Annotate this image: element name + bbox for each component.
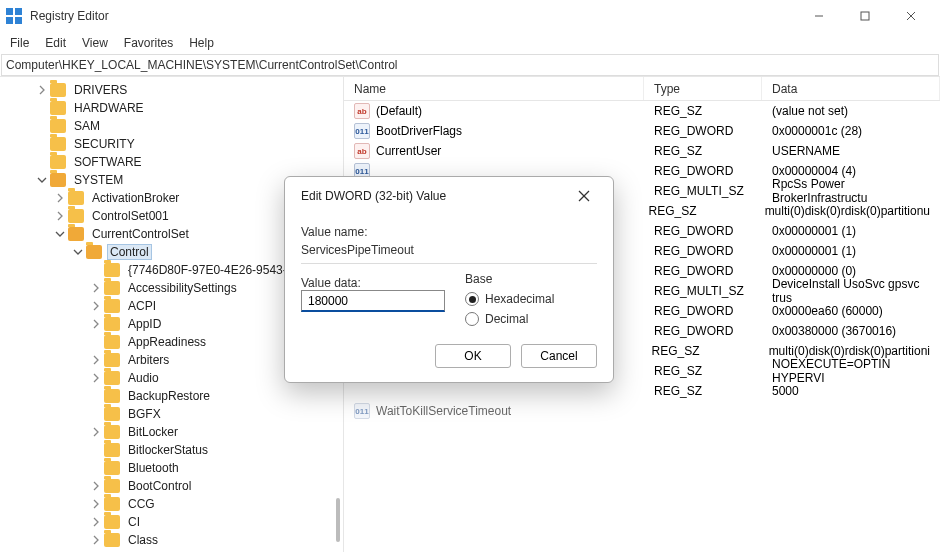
dword-value-icon: 011 (354, 123, 370, 139)
tree-item[interactable]: SECURITY (0, 135, 343, 153)
chevron-icon[interactable] (90, 498, 102, 510)
tree-label: AppID (126, 317, 163, 331)
tree-label: CI (126, 515, 142, 529)
value-type: REG_MULTI_SZ (644, 284, 762, 298)
chevron-icon[interactable] (72, 246, 84, 258)
value-data-input[interactable] (301, 290, 445, 312)
chevron-icon[interactable] (54, 228, 66, 240)
dialog-title: Edit DWORD (32-bit) Value (285, 177, 613, 215)
menu-edit[interactable]: Edit (45, 36, 66, 50)
chevron-icon (90, 336, 102, 348)
chevron-icon[interactable] (90, 354, 102, 366)
tree-item[interactable]: SOFTWARE (0, 153, 343, 171)
value-data: 0x0000001c (28) (762, 124, 940, 138)
folder-icon (50, 137, 66, 151)
close-button[interactable] (888, 0, 934, 32)
chevron-icon[interactable] (90, 516, 102, 528)
menu-view[interactable]: View (82, 36, 108, 50)
radio-hex[interactable]: Hexadecimal (465, 292, 554, 306)
maximize-button[interactable] (842, 0, 888, 32)
value-type: REG_DWORD (644, 124, 762, 138)
window-system-buttons (796, 0, 934, 32)
tree-item[interactable]: BitLocker (0, 423, 343, 441)
tree-label: BGFX (126, 407, 163, 421)
splitter-handle[interactable] (336, 498, 340, 542)
value-row[interactable]: 011BootDriverFlagsREG_DWORD0x0000001c (2… (344, 121, 940, 141)
minimize-button[interactable] (796, 0, 842, 32)
folder-icon (104, 407, 120, 421)
value-type: REG_DWORD (644, 224, 762, 238)
tree-label: CCG (126, 497, 157, 511)
chevron-icon[interactable] (90, 282, 102, 294)
chevron-icon[interactable] (90, 300, 102, 312)
col-data[interactable]: Data (762, 77, 940, 100)
value-row[interactable]: ab(Default)REG_SZ(value not set) (344, 101, 940, 121)
value-data: DeviceInstall UsoSvc gpsvc trus (762, 277, 940, 305)
svg-rect-5 (861, 12, 869, 20)
value-type: REG_SZ (644, 364, 762, 378)
tree-label: ACPI (126, 299, 158, 313)
folder-icon (104, 299, 120, 313)
menu-file[interactable]: File (10, 36, 29, 50)
value-data: USERNAME (762, 144, 940, 158)
tree-label: DRIVERS (72, 83, 129, 97)
value-type: REG_MULTI_SZ (644, 184, 762, 198)
chevron-icon[interactable] (90, 372, 102, 384)
col-name[interactable]: Name (344, 77, 644, 100)
base-label: Base (465, 272, 554, 286)
value-type: REG_DWORD (644, 244, 762, 258)
folder-icon (104, 335, 120, 349)
value-type: REG_DWORD (644, 264, 762, 278)
col-type[interactable]: Type (644, 77, 762, 100)
tree-item[interactable]: CI (0, 513, 343, 531)
chevron-icon[interactable] (90, 480, 102, 492)
chevron-icon[interactable] (54, 210, 66, 222)
tree-item[interactable]: BitlockerStatus (0, 441, 343, 459)
value-data: RpcSs Power BrokerInfrastructu (762, 177, 940, 205)
dialog-close-button[interactable] (571, 183, 597, 209)
tree-label: BitLocker (126, 425, 180, 439)
tree-label: SAM (72, 119, 102, 133)
folder-icon (104, 263, 120, 277)
tree-item[interactable]: Bluetooth (0, 459, 343, 477)
cancel-button[interactable]: Cancel (521, 344, 597, 368)
value-row[interactable]: 011WaitToKillServiceTimeout (344, 401, 940, 421)
value-data: multi(0)disk(0)rdisk(0)partitionu (755, 204, 940, 218)
folder-icon (68, 191, 84, 205)
tree-label: CurrentControlSet (90, 227, 191, 241)
value-data-label: Value data: (301, 276, 445, 290)
chevron-icon[interactable] (90, 534, 102, 546)
chevron-icon[interactable] (36, 174, 48, 186)
tree-label: Class (126, 533, 160, 547)
tree-label: BootControl (126, 479, 193, 493)
chevron-icon[interactable] (54, 192, 66, 204)
value-row[interactable]: abCurrentUserREG_SZUSERNAME (344, 141, 940, 161)
chevron-icon[interactable] (36, 84, 48, 96)
value-name: WaitToKillServiceTimeout (376, 404, 511, 418)
tree-item[interactable]: DRIVERS (0, 81, 343, 99)
svg-rect-1 (15, 8, 22, 15)
tree-item[interactable]: BackupRestore (0, 387, 343, 405)
value-data: multi(0)disk(0)rdisk(0)partitioni (759, 344, 940, 358)
values-header[interactable]: Name Type Data (344, 77, 940, 101)
tree-label: AppReadiness (126, 335, 208, 349)
chevron-icon[interactable] (90, 318, 102, 330)
menu-help[interactable]: Help (189, 36, 214, 50)
value-name: BootDriverFlags (376, 124, 462, 138)
folder-icon (104, 425, 120, 439)
tree-label: ActivationBroker (90, 191, 181, 205)
tree-label: Audio (126, 371, 161, 385)
menu-favorites[interactable]: Favorites (124, 36, 173, 50)
tree-item[interactable]: SAM (0, 117, 343, 135)
tree-item[interactable]: CCG (0, 495, 343, 513)
tree-item[interactable]: HARDWARE (0, 99, 343, 117)
address-bar[interactable]: Computer\HKEY_LOCAL_MACHINE\SYSTEM\Curre… (1, 54, 939, 76)
ok-button[interactable]: OK (435, 344, 511, 368)
tree-item[interactable]: Class (0, 531, 343, 549)
chevron-icon[interactable] (90, 426, 102, 438)
value-row[interactable]: REG_SZ5000 (344, 381, 940, 401)
radio-dec[interactable]: Decimal (465, 312, 554, 326)
value-data: 0x0000ea60 (60000) (762, 304, 940, 318)
tree-item[interactable]: BGFX (0, 405, 343, 423)
tree-item[interactable]: BootControl (0, 477, 343, 495)
